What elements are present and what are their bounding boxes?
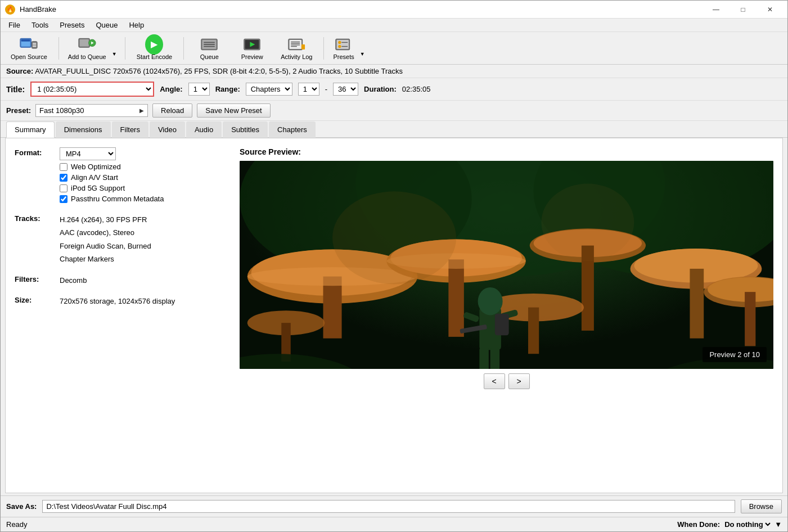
save-new-preset-button[interactable]: Save New Preset: [197, 103, 270, 118]
align-av-label: Align A/V Start: [71, 173, 118, 182]
presets-button[interactable]: Presets: [330, 34, 357, 62]
angle-select[interactable]: 1: [188, 83, 210, 96]
preview-next-button[interactable]: >: [508, 373, 530, 389]
title-field-label: Title:: [6, 85, 25, 94]
tab-filters[interactable]: Filters: [112, 121, 148, 138]
tab-subtitles[interactable]: Subtitles: [223, 121, 268, 138]
titlebar-left: 🔥 HandBrake: [5, 4, 56, 15]
filters-label: Filters:: [15, 274, 54, 283]
when-done-select[interactable]: Do nothing: [722, 520, 772, 529]
activity-log-button[interactable]: Activity Log: [275, 34, 318, 62]
app-window: 🔥 HandBrake — □ ✕ File Tools Presets Que…: [0, 0, 788, 532]
queue-button[interactable]: Queue: [190, 34, 229, 62]
reload-button[interactable]: Reload: [152, 103, 192, 118]
range-dash: -: [325, 85, 327, 93]
tab-video[interactable]: Video: [150, 121, 185, 138]
preview-svg: [240, 161, 773, 369]
maximize-button[interactable]: □: [730, 1, 756, 19]
ipod-label: iPod 5G Support: [71, 184, 125, 192]
title-select[interactable]: 1 (02:35:05): [30, 82, 154, 97]
menu-tools[interactable]: Tools: [26, 20, 54, 30]
when-done-section: When Done: Do nothing ▼: [677, 520, 782, 529]
svg-rect-27: [337, 40, 349, 49]
tabs-row: Summary Dimensions Filters Video Audio S…: [1, 121, 787, 138]
svg-point-67: [541, 184, 634, 262]
svg-rect-2: [21, 39, 30, 42]
preview-badge: Preview 2 of 10: [703, 347, 767, 362]
range-label: Range:: [215, 85, 240, 93]
title-row: Title: 1 (02:35:05) Angle: 1 Range: Chap…: [1, 78, 787, 101]
passthru-checkbox[interactable]: [60, 195, 67, 203]
web-optimized-row: Web Optimized: [60, 163, 228, 171]
source-label: Source:: [6, 67, 33, 75]
tracks-list: H.264 (x264), 30 FPS PFR AAC (avcodec), …: [60, 213, 151, 266]
titlebar-controls: — □ ✕: [703, 1, 783, 19]
when-done-arrow: ▼: [775, 520, 782, 529]
app-icon: 🔥: [5, 4, 15, 15]
preset-row: Preset: Fast 1080p30 ▶ Reload Save New P…: [1, 101, 787, 121]
add-to-queue-dropdown[interactable]: ▼: [110, 34, 119, 62]
size-value: 720x576 storage, 1024x576 display: [60, 295, 175, 308]
presets-dropdown[interactable]: ▼: [358, 34, 367, 62]
preview-nav: < >: [240, 369, 773, 394]
ipod-checkbox[interactable]: [60, 184, 67, 192]
menu-queue[interactable]: Queue: [90, 20, 123, 30]
save-as-input[interactable]: [42, 500, 735, 513]
start-encode-label: Start Encode: [137, 53, 173, 60]
preset-label: Preset:: [6, 106, 31, 115]
svg-point-29: [338, 44, 341, 47]
queue-label: Queue: [200, 53, 219, 60]
add-to-queue-button[interactable]: Add to Queue: [65, 34, 110, 62]
minimize-button[interactable]: —: [703, 1, 729, 19]
chapter-to-select[interactable]: 36: [333, 83, 358, 96]
track-3: Foreign Audio Scan, Burned: [60, 240, 151, 253]
tab-summary[interactable]: Summary: [6, 121, 55, 138]
ipod-row: iPod 5G Support: [60, 184, 228, 192]
svg-rect-8: [79, 39, 88, 46]
tab-dimensions[interactable]: Dimensions: [56, 121, 111, 138]
range-select[interactable]: Chapters: [246, 83, 292, 96]
duration-value: 02:35:05: [402, 85, 431, 93]
source-value: AVATAR_FUULL_DISC 720x576 (1024x576), 25…: [35, 67, 403, 75]
svg-rect-25: [301, 44, 305, 49]
presets-label: Presets: [333, 53, 354, 60]
svg-rect-62: [479, 348, 489, 369]
svg-rect-49: [690, 269, 704, 339]
app-title: HandBrake: [20, 5, 56, 13]
toolbar-sep-2: [125, 37, 125, 60]
chapter-from-select[interactable]: 1: [298, 83, 319, 96]
tab-chapters[interactable]: Chapters: [269, 121, 316, 138]
close-button[interactable]: ✕: [757, 1, 783, 19]
preview-prev-button[interactable]: <: [484, 373, 505, 389]
source-info: Source: AVATAR_FUULL_DISC 720x576 (1024x…: [1, 65, 787, 78]
preset-select[interactable]: Fast 1080p30 ▶: [35, 104, 148, 117]
svg-point-66: [332, 191, 456, 284]
menu-file[interactable]: File: [3, 20, 26, 30]
track-4: Chapter Markers: [60, 253, 151, 265]
align-av-checkbox[interactable]: [60, 174, 67, 182]
presets-icon: [335, 37, 353, 52]
tab-audio[interactable]: Audio: [186, 121, 222, 138]
svg-rect-56: [528, 308, 539, 354]
preview-toolbar-icon: [243, 37, 261, 52]
open-source-button[interactable]: Open Source: [5, 34, 53, 62]
toolbar-sep-3: [183, 37, 184, 60]
track-2: AAC (avcodec), Stereo: [60, 226, 151, 239]
queue-icon: [200, 37, 218, 52]
menu-presets[interactable]: Presets: [54, 20, 90, 30]
summary-left-panel: Format: MP4 Web Optimized Align A/V Star…: [15, 147, 228, 484]
add-to-queue-label: Add to Queue: [68, 53, 106, 60]
web-optimized-checkbox[interactable]: [60, 163, 67, 171]
menu-help[interactable]: Help: [123, 20, 150, 30]
svg-rect-42: [448, 259, 464, 337]
format-select[interactable]: MP4: [60, 147, 116, 160]
web-optimized-label: Web Optimized: [71, 163, 121, 171]
start-encode-button[interactable]: ▶ Start Encode: [131, 34, 178, 62]
preview-toolbar-button[interactable]: Preview: [232, 34, 272, 62]
open-source-icon: [20, 37, 38, 52]
open-source-label: Open Source: [11, 53, 47, 60]
presets-wrapper: Presets ▼: [330, 34, 367, 62]
passthru-row: Passthru Common Metadata: [60, 195, 228, 203]
browse-button[interactable]: Browse: [741, 499, 782, 513]
toolbar-sep-1: [58, 37, 59, 60]
